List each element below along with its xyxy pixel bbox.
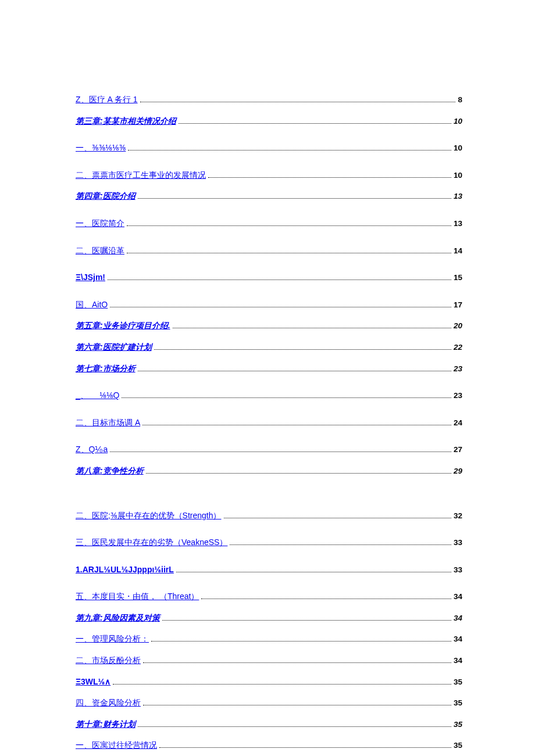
toc-label[interactable]: 第五章:业务诊疗项目介绍. <box>76 319 170 332</box>
toc-page-number: 34 <box>454 612 462 625</box>
toc-label[interactable]: 第九章:风险因素及对策 <box>76 611 160 624</box>
toc-leader-dots <box>113 684 451 685</box>
toc-page-number: 20 <box>454 320 462 332</box>
toc-leader-dots <box>122 397 451 398</box>
table-of-contents: Z、医疗 A 务行 18第三章:某某市相关情况介绍10一、⅜⅜⅛⅛⅜10二、票票… <box>76 93 462 756</box>
toc-page-number: 23 <box>454 363 462 375</box>
toc-entry: 一、医院简介13 <box>76 217 462 230</box>
toc-page-number: 34 <box>454 590 462 603</box>
toc-entry: 二、医嘱沿革14 <box>76 244 462 257</box>
toc-label[interactable]: 二、票票市医疗工生事业的发展情况 <box>76 169 206 181</box>
toc-label[interactable]: 二、市场反酚分析 <box>76 654 141 667</box>
toc-leader-dots <box>151 641 451 642</box>
toc-label[interactable]: 国、AitO <box>76 298 108 311</box>
toc-entry: 一、医寓过往经营情况35 <box>76 739 462 752</box>
toc-page-number: 34 <box>454 633 462 646</box>
toc-page-number: 34 <box>454 654 462 667</box>
toc-page-number: 27 <box>454 443 462 456</box>
toc-entry: 第三章:某某市相关情况介绍10 <box>76 114 462 128</box>
toc-label[interactable]: 1.ARJL⅛UL⅛JJpppι⅛iirL <box>76 563 174 576</box>
toc-label[interactable]: 第三章:某某市相关情况介绍 <box>76 114 176 127</box>
toc-page-number: 32 <box>454 510 462 522</box>
toc-page-number: 35 <box>454 697 462 710</box>
toc-entry: 第八章:竞争性分析29 <box>76 464 462 478</box>
toc-entry: 第七章:市场分析23 <box>76 362 462 375</box>
toc-label[interactable]: 第四章:医院介绍 <box>76 189 135 202</box>
toc-page-number: 8 <box>458 94 462 106</box>
toc-entry: 国、AitO17 <box>76 298 462 311</box>
toc-label[interactable]: Ξ3WL⅛∧ <box>76 675 110 688</box>
toc-leader-dots <box>138 198 451 199</box>
toc-entry: 第六章:医院扩建计划22 <box>76 341 462 354</box>
toc-leader-dots <box>140 102 456 102</box>
toc-label[interactable]: 二、目标市场调 A <box>76 416 140 429</box>
toc-page-number: 13 <box>454 190 462 203</box>
toc-entry: 二、票票市医疗工生事业的发展情况10 <box>76 169 462 182</box>
toc-leader-dots <box>201 599 451 599</box>
toc-leader-dots <box>110 452 451 452</box>
toc-label[interactable]: 三、医民发展中存在的劣势（VeakneSS） <box>76 536 227 549</box>
toc-page-number: 13 <box>454 217 462 230</box>
toc-leader-dots <box>154 349 451 350</box>
toc-label[interactable]: 一、管理风险分析： <box>76 632 149 645</box>
toc-entry: _、 ⅛⅛Q23 <box>76 389 462 402</box>
toc-entry: 第五章:业务诊疗项目介绍.20 <box>76 319 462 332</box>
toc-label[interactable]: 二、医院;⅜展中存在的优势（Strength） <box>76 509 222 522</box>
toc-entry: Z、Q⅟₀a27 <box>76 443 462 456</box>
toc-leader-dots <box>176 572 451 572</box>
toc-page-number: 24 <box>454 417 462 429</box>
toc-page-number: 22 <box>454 341 462 354</box>
toc-leader-dots <box>179 123 451 124</box>
toc-leader-dots <box>224 518 451 518</box>
toc-label[interactable]: 第十章:财务计划 <box>76 718 135 730</box>
toc-entry: 1.ARJL⅛UL⅛JJpppι⅛iirL33 <box>76 563 462 576</box>
toc-entry: 二、目标市场调 A24 <box>76 416 462 429</box>
toc-label[interactable]: 一、医寓过往经营情况 <box>76 739 157 751</box>
toc-leader-dots <box>142 425 451 425</box>
toc-page-number: 10 <box>454 142 462 155</box>
toc-page-number: 35 <box>454 739 462 752</box>
toc-entry: 一、管理风险分析：34 <box>76 632 462 646</box>
toc-leader-dots <box>208 177 451 178</box>
toc-page-number: 10 <box>454 169 462 182</box>
toc-entry: Ξ3WL⅛∧35 <box>76 675 462 689</box>
toc-page-number: 23 <box>454 389 462 402</box>
toc-page-number: 33 <box>454 564 462 576</box>
toc-label[interactable]: 第七章:市场分析 <box>76 362 135 375</box>
toc-leader-dots <box>127 225 451 226</box>
toc-leader-dots <box>162 620 451 621</box>
toc-label[interactable]: Z、Q⅟₀a <box>76 443 108 456</box>
toc-leader-dots <box>146 473 451 474</box>
toc-page-number: 17 <box>454 299 462 311</box>
toc-label[interactable]: 第八章:竞争性分析 <box>76 464 144 477</box>
toc-label[interactable]: Z、医疗 A 务行 1 <box>76 93 138 106</box>
toc-entry: 第十章:财务计划35 <box>76 718 462 731</box>
toc-label[interactable]: 一、医院简介 <box>76 217 124 230</box>
toc-label[interactable]: Ξ\JSjm! <box>76 271 105 284</box>
toc-leader-dots <box>230 544 451 545</box>
toc-leader-dots <box>143 705 451 705</box>
toc-leader-dots <box>108 280 451 280</box>
toc-entry: 二、市场反酚分析34 <box>76 654 462 667</box>
toc-entry: 三、医民发展中存在的劣势（VeakneSS）33 <box>76 536 462 549</box>
toc-page-number: 14 <box>454 245 462 257</box>
toc-entry: Ξ\JSjm!15 <box>76 271 462 284</box>
toc-leader-dots <box>173 328 451 328</box>
toc-entry: 二、医院;⅜展中存在的优势（Strength）32 <box>76 509 462 522</box>
toc-page-number: 29 <box>454 465 462 478</box>
toc-entry: Z、医疗 A 务行 18 <box>76 93 462 106</box>
toc-label[interactable]: 四、资金风险分析 <box>76 696 141 709</box>
toc-label[interactable]: 一、⅜⅜⅛⅛⅜ <box>76 141 126 154</box>
toc-leader-dots <box>138 726 451 727</box>
toc-page-number: 10 <box>454 115 462 128</box>
toc-entry: 第四章:医院介绍13 <box>76 189 462 203</box>
toc-label[interactable]: _、 ⅛⅛Q <box>76 389 119 402</box>
toc-page-number: 35 <box>454 676 462 689</box>
toc-entry: 一、⅜⅜⅛⅛⅜10 <box>76 141 462 155</box>
toc-label[interactable]: 第六章:医院扩建计划 <box>76 341 152 353</box>
toc-leader-dots <box>128 150 451 151</box>
toc-label[interactable]: 二、医嘱沿革 <box>76 244 124 257</box>
toc-leader-dots <box>110 307 451 307</box>
toc-page-number: 15 <box>454 271 462 284</box>
toc-label[interactable]: 五、本度目实・由值， （Threat） <box>76 590 199 603</box>
